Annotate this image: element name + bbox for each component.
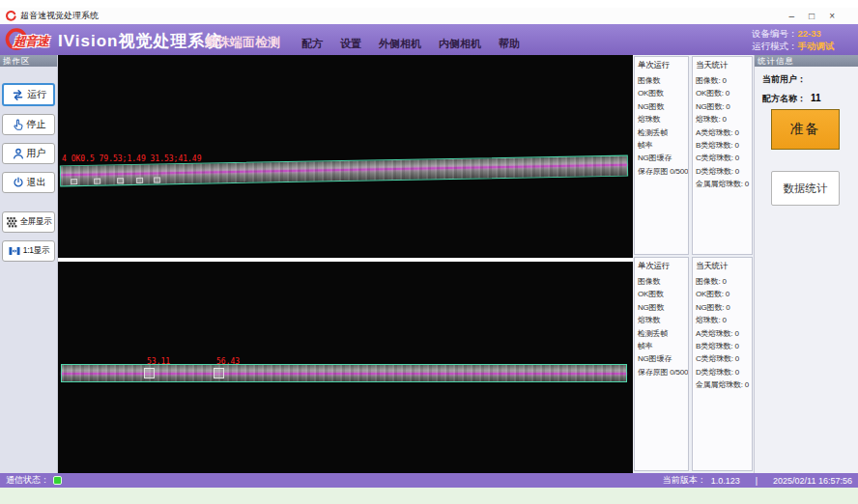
stat-row: 熔珠数	[635, 113, 688, 126]
stat-row: B类熔珠数: 0	[693, 139, 752, 152]
exit-button-label: 退出	[27, 176, 46, 189]
exit-button[interactable]: 退出	[2, 172, 55, 193]
menu-recipe[interactable]: 配方	[301, 37, 323, 51]
detection-mark	[136, 178, 143, 183]
brand-name: 超音速	[14, 33, 48, 50]
menu-bar: 配方 设置 外侧相机 内侧相机 帮助	[301, 37, 520, 51]
fullscreen-button[interactable]: 全屏显示	[2, 211, 55, 233]
stat-row: D类熔珠数: 0	[693, 366, 752, 378]
camera-view-inner[interactable]: 53.11 56.43	[58, 262, 633, 473]
stop-hand-icon	[12, 118, 25, 131]
detection-mark	[94, 179, 100, 184]
fullscreen-button-label: 全屏显示	[20, 216, 52, 228]
stat-row: NG图数: 0	[693, 100, 752, 113]
one-to-one-button-label: 1:1显示	[23, 245, 49, 257]
device-number-value: 22-33	[798, 28, 821, 39]
stat-row: A类熔珠数: 0	[693, 327, 752, 340]
device-info: 设备编号：22-33 运行模式：手动调试	[752, 27, 848, 52]
stat-row: OK图数: 0	[693, 87, 752, 99]
stat-row: B类熔珠数: 0	[693, 340, 752, 352]
run-mode-value: 手动调试	[798, 41, 835, 51]
exit-power-icon	[12, 176, 25, 189]
stat-row: 金属屑熔珠数: 0	[693, 178, 752, 190]
stat-row: 帧率	[635, 340, 688, 352]
brand-logo: 超音速	[5, 28, 59, 51]
app-logo-icon	[6, 11, 16, 21]
menu-inner-camera[interactable]: 内侧相机	[439, 37, 481, 51]
run-mode-label: 运行模式：	[752, 41, 798, 51]
window-title: 超音速视觉处理系统	[20, 10, 99, 22]
stat-row: OK图数: 0	[693, 288, 752, 300]
data-statistics-button[interactable]: 数据统计	[771, 171, 840, 206]
version-value: 1.0.123	[711, 476, 740, 486]
stat-row: NG图数: 0	[693, 301, 752, 314]
stat-row: 熔珠数: 0	[693, 314, 752, 326]
close-button[interactable]: ×	[829, 9, 835, 24]
maximize-button[interactable]: □	[809, 9, 815, 24]
status-bar-right: 当前版本： 1.0.123 | 2025/02/11 16:57:56	[663, 474, 852, 487]
run-icon	[11, 88, 25, 102]
device-number-label: 设备编号：	[752, 28, 798, 39]
stat-row: 保存原图 0/500	[635, 165, 688, 178]
main-window: 超音速视觉处理系统 – □ × 超音速 IVision视觉处理系统 熔珠端面检测…	[0, 8, 858, 488]
titlebar: 超音速视觉处理系统 – □ ×	[0, 8, 858, 24]
stat-row: 图像数: 0	[693, 74, 752, 87]
single-run-panel-bottom: 单次运行 图像数 OK图数 NG图数 熔珠数 检测丢帧 帧率 NG图缓存 保存原…	[634, 257, 689, 471]
stat-row: 金属屑熔珠数: 0	[693, 378, 752, 391]
status-bar: 通信状态： 当前版本： 1.0.123 | 2025/02/11 16:57:5…	[0, 473, 858, 488]
info-panel-caption: 统计信息	[755, 55, 858, 67]
user-icon	[12, 147, 25, 160]
run-button-label: 运行	[27, 88, 46, 101]
menu-settings[interactable]: 设置	[340, 37, 361, 51]
today-stats-panel-bottom: 当天统计 图像数: 0 OK图数: 0 NG图数: 0 熔珠数: 0 A类熔珠数…	[692, 257, 753, 471]
run-button[interactable]: 运行	[2, 83, 55, 106]
stat-row: NG图缓存	[635, 152, 688, 164]
recipe-name-label: 配方名称：	[762, 94, 806, 103]
single-run-panel-top: 单次运行 图像数 OK图数 NG图数 熔珠数 检测丢帧 帧率 NG图缓存 保存原…	[634, 56, 689, 255]
sidebar-buttons: 运行 停止 用户	[0, 67, 57, 262]
stat-row: 图像数: 0	[693, 275, 752, 288]
recipe-name-line: 配方名称：11	[762, 93, 858, 105]
menu-help[interactable]: 帮助	[499, 37, 520, 51]
user-button-label: 用户	[27, 147, 46, 160]
stat-row: 帧率	[635, 139, 688, 152]
stat-row: 图像数	[635, 74, 688, 87]
stat-row: 图像数	[635, 275, 688, 288]
stop-button[interactable]: 停止	[2, 114, 55, 135]
stat-row: A类熔珠数: 0	[693, 126, 752, 139]
comm-status-label: 通信状态：	[6, 474, 49, 487]
camera-viewport: 4 OK0.5 79.53;1.49 31.53;41.49 53.11 56.…	[58, 55, 633, 473]
stat-row: NG图缓存	[635, 352, 688, 365]
app-header: 超音速 IVision视觉处理系统 熔珠端面检测 配方 设置 外侧相机 内侧相机…	[0, 24, 858, 55]
camera-view-outer[interactable]: 4 OK0.5 79.53;1.49 31.53;41.49	[58, 55, 633, 258]
user-button[interactable]: 用户	[2, 143, 55, 164]
detection-mark	[154, 177, 160, 182]
one-to-one-icon	[8, 244, 21, 258]
stop-button-label: 停止	[27, 118, 46, 131]
detection-box	[144, 368, 155, 378]
weld-strip-inner	[61, 364, 627, 382]
panel-title: 单次运行	[635, 57, 688, 74]
menu-outer-camera[interactable]: 外侧相机	[379, 37, 421, 51]
window-controls: – □ ×	[789, 9, 852, 24]
statistics-columns: 单次运行 图像数 OK图数 NG图数 熔珠数 检测丢帧 帧率 NG图缓存 保存原…	[633, 55, 754, 473]
stat-row: NG图数	[635, 100, 688, 113]
recipe-name-value: 11	[811, 93, 821, 103]
stat-row: D类熔珠数: 0	[693, 165, 752, 178]
panel-title: 当天统计	[693, 258, 752, 275]
sidebar-caption: 操作区	[0, 55, 57, 67]
panel-title: 单次运行	[635, 258, 688, 275]
detection-box	[214, 368, 224, 378]
stat-row: 熔珠数: 0	[693, 113, 752, 126]
desktop-background-strip	[0, 488, 858, 504]
app-subtitle: 熔珠端面检测	[205, 34, 280, 51]
minimize-button[interactable]: –	[789, 9, 795, 24]
fullscreen-grid-icon	[6, 216, 18, 229]
current-user-label: 当前用户：	[762, 74, 806, 84]
status-separator: |	[756, 476, 758, 486]
one-to-one-button[interactable]: 1:1显示	[2, 240, 55, 262]
version-label: 当前版本：	[663, 474, 706, 487]
stat-row: 检测丢帧	[635, 327, 688, 340]
prepare-button[interactable]: 准备	[771, 109, 840, 150]
stat-row: C类熔珠数: 0	[693, 152, 752, 164]
